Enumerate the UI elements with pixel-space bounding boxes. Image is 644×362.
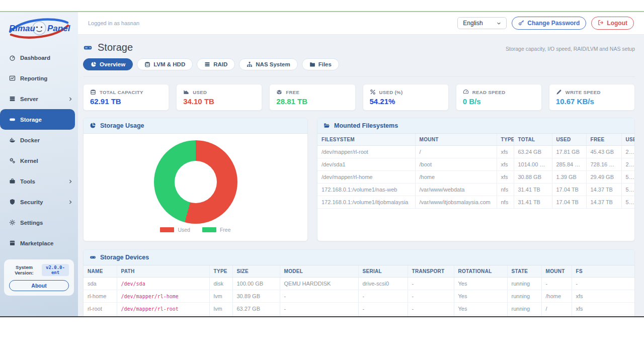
sidebar-item-storage[interactable]: Storage: [0, 109, 75, 130]
table-cell: 728.16 MB: [586, 158, 621, 171]
table-cell: -: [358, 303, 408, 315]
change-password-button[interactable]: Change Password: [512, 17, 586, 30]
table-cell: 63.27 GB: [232, 303, 280, 315]
settings-icon: [9, 219, 16, 226]
tab-overview[interactable]: Overview: [83, 58, 133, 70]
table-cell: 14.37 TB: [586, 196, 621, 209]
stat-label-text: READ SPEED: [472, 89, 506, 95]
table-cell: /home: [415, 171, 497, 184]
table-cell: -: [358, 290, 408, 303]
folder-open-icon: [324, 122, 330, 129]
table-cell: xfs: [572, 303, 634, 315]
sidebar-item-marketplace[interactable]: Marketplace: [0, 233, 78, 253]
table-cell: 4.83 GB: [232, 315, 280, 316]
sidebar-item-kernel[interactable]: Kernel: [0, 150, 78, 171]
table-cell: /dev/mapper/rl-home: [317, 171, 415, 184]
sidebar-item-tools[interactable]: Tools: [0, 171, 78, 192]
tab-label: LVM & HDD: [153, 61, 185, 67]
table-cell: /var/www/webdata: [415, 184, 497, 196]
sidebar-item-server[interactable]: Server: [0, 88, 78, 109]
sidebar-item-label: Dashboard: [20, 55, 50, 61]
column-header-free: FREE: [586, 134, 621, 146]
column-header-size: SIZE: [232, 265, 280, 278]
database-icon: [144, 61, 150, 67]
change-password-label: Change Password: [527, 20, 580, 27]
table-cell: 1.39 GB: [552, 171, 586, 184]
legend-swatch: [160, 227, 174, 232]
stat-card-write-speed: WRITE SPEED10.67 KB/s: [549, 84, 635, 111]
table-cell: xfs: [497, 146, 514, 158]
stat-label-text: FREE: [286, 89, 299, 95]
table-row: /dev/mapper/rl-root/xfs63.24 GB17.81 GB4…: [317, 146, 634, 158]
table-cell: drive-scsi0: [358, 278, 408, 290]
panel-title: Storage Devices: [100, 254, 149, 261]
stat-label: TOTAL CAPACITY: [90, 89, 162, 95]
hdd-icon: [9, 116, 16, 123]
tab-label: RAID: [213, 61, 227, 67]
table-cell: /dev/mapper/rl-root: [117, 303, 209, 315]
tab-lvm-hdd[interactable]: LVM & HDD: [137, 58, 193, 70]
sidebar-item-reporting[interactable]: Reporting: [0, 68, 78, 88]
table-cell: 30.89 GB: [232, 290, 280, 303]
raid-icon: [204, 61, 210, 67]
page-content: Storage Storage capacity, I/O speed, RAI…: [78, 35, 644, 316]
table-cell: running: [507, 315, 541, 316]
storage-usage-donut-chart: [154, 140, 237, 224]
hdd-icon: [90, 254, 96, 260]
column-header-model: MODEL: [280, 265, 358, 278]
table-row: rl-home/dev/mapper/rl-homelvm30.89 GB---…: [84, 290, 634, 303]
table-cell: 29.49 GB: [586, 171, 621, 184]
sidebar-item-docker[interactable]: Docker: [0, 130, 78, 150]
tab-files[interactable]: Files: [302, 58, 339, 70]
table-cell: 55%: [621, 196, 634, 209]
logged-in-text: Logged in as hasnan: [88, 20, 139, 26]
table-cell: -: [280, 303, 358, 315]
brand-name-right: Panel: [47, 24, 71, 33]
table-cell: 31.41 TB: [514, 184, 552, 196]
folder-icon: [309, 61, 315, 67]
table-cell: 1014.00 MB: [514, 158, 552, 171]
table-cell: 285.84 MB: [552, 158, 586, 171]
table-cell: 172.168.0.1:/volume1/nas-web: [317, 184, 415, 196]
table-cell: 55%: [621, 184, 634, 196]
table-cell: 45.43 GB: [586, 146, 621, 158]
panel-body: NAMEPATHTYPESIZEMODELSERIALTRANSPORTROTA…: [84, 265, 634, 316]
panels-row: Storage Usage UsedFree Mounted Filesyste…: [83, 118, 635, 241]
table-cell: rl-root: [84, 303, 117, 315]
stat-value: 34.10 TB: [183, 97, 255, 106]
table-cell: -: [572, 278, 634, 290]
tools-icon: [9, 178, 16, 185]
legend-item-used: Used: [160, 227, 190, 233]
table-cell: lvm: [209, 303, 232, 315]
table-cell: -: [408, 278, 454, 290]
tab-raid[interactable]: RAID: [197, 58, 235, 70]
sidebar-item-dashboard[interactable]: Dashboard: [0, 47, 78, 68]
chevron-right-icon: [68, 179, 73, 184]
panel-header: Mounted Filesystems: [317, 118, 634, 134]
tab-nas-system[interactable]: NAS System: [239, 58, 297, 70]
sidebar-item-security[interactable]: Security: [0, 192, 78, 212]
stat-label: USED: [183, 89, 255, 95]
column-header-type: TYPE: [209, 265, 232, 278]
stat-value: 0 B/s: [463, 97, 535, 106]
sidebar: Rimau Panel DashboardReportingServerStor…: [0, 12, 78, 316]
table-cell: disk: [209, 278, 232, 290]
table-cell: Yes: [454, 290, 507, 303]
language-select[interactable]: English: [457, 17, 507, 29]
logout-label: Logout: [607, 20, 627, 27]
table-cell: -: [280, 290, 358, 303]
table-cell: rl-home: [84, 290, 117, 303]
column-header-fs: FS: [572, 265, 634, 278]
brand-logo[interactable]: Rimau Panel: [0, 12, 78, 43]
panel-body: UsedFree: [84, 140, 307, 233]
stat-card-total-capacity: TOTAL CAPACITY62.91 TB: [83, 84, 169, 111]
table-cell: Yes: [454, 303, 507, 315]
about-button[interactable]: About: [9, 280, 69, 291]
mounted-filesystems-panel: Mounted Filesystems FILESYSTEMMOUNTTYPET…: [317, 118, 635, 241]
logout-button[interactable]: Logout: [591, 17, 634, 30]
stat-card-free: FREE28.81 TB: [269, 84, 355, 111]
table-cell: 5%: [621, 171, 634, 184]
pie-chart-icon: [91, 61, 97, 67]
column-header-total: TOTAL: [514, 134, 552, 146]
sidebar-item-settings[interactable]: Settings: [0, 212, 78, 233]
